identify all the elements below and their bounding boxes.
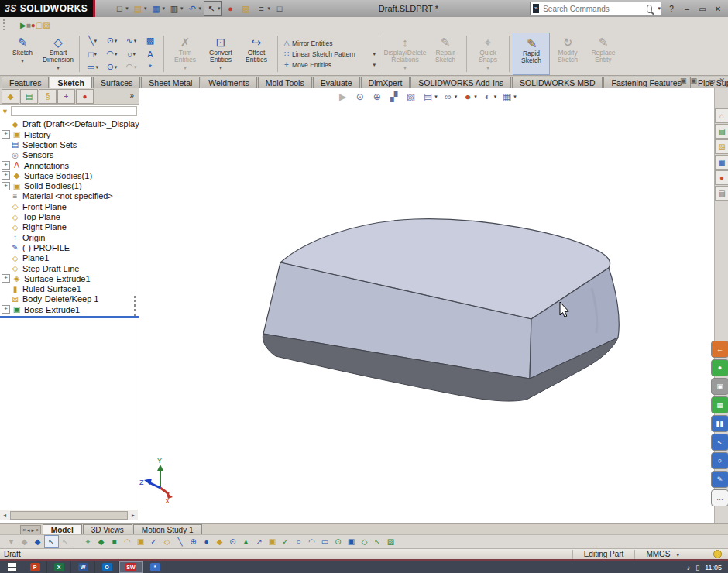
filter-toggle-icon[interactable]: ▼ xyxy=(5,536,18,547)
tab-weldments[interactable]: Weldments xyxy=(201,77,256,88)
repair-sketch-button[interactable]: ✎ Repair Sketch xyxy=(428,33,463,75)
filter-surface-bodies-icon[interactable]: ◠ xyxy=(121,536,134,547)
view-palette-icon[interactable]: ▦ xyxy=(715,155,728,170)
rec-callout-button[interactable]: … xyxy=(711,489,728,506)
filter-hatch-icon[interactable]: ▨ xyxy=(384,536,397,547)
rec-screen-button[interactable]: ▦ xyxy=(711,396,728,413)
mirror-entities-button[interactable]: △ Mirror Entities xyxy=(281,39,376,47)
start-button[interactable] xyxy=(0,561,23,573)
design-library-icon[interactable]: ▤ xyxy=(715,124,728,139)
device-icon[interactable]: ▯ xyxy=(695,564,699,571)
search-icon[interactable] xyxy=(647,5,652,13)
modify-sketch-button[interactable]: ↻ Modify Sketch xyxy=(550,33,585,75)
slot-tool[interactable]: ▭▾ xyxy=(83,60,102,74)
stoplight-icon[interactable]: ● xyxy=(223,2,238,15)
ellipse-tool[interactable]: ○▾ xyxy=(122,47,141,60)
3d-views-tab[interactable]: 3D Views xyxy=(83,524,132,535)
solidworks-resources-icon[interactable]: ⌂ xyxy=(715,108,728,123)
linear-sketch-pattern-button[interactable]: ∷ Linear Sketch Pattern ▾ xyxy=(281,50,376,58)
displaymanager-tab[interactable]: ● xyxy=(76,89,94,104)
tree-item-ruled-surface1[interactable]: ▮ Ruled Surface1 xyxy=(2,283,139,293)
open-icon[interactable]: ▤▾ xyxy=(131,2,149,15)
rec-pause-button[interactable]: ▮▮ xyxy=(711,415,728,432)
rec-webcam-button[interactable]: ▣ xyxy=(711,378,728,395)
units-selector[interactable]: MMGS▾ xyxy=(634,550,690,559)
filter-faces-icon[interactable]: ■ xyxy=(108,536,121,547)
filter-balloons-icon[interactable]: ○ xyxy=(292,536,305,547)
filter-edges-icon[interactable]: ◆ xyxy=(94,536,108,547)
spline-tool[interactable]: ∿▾ xyxy=(122,34,141,47)
tab-sheet-metal[interactable]: Sheet Metal xyxy=(141,77,200,88)
filter-clear-icon[interactable]: ◆ xyxy=(18,536,31,547)
scrollbar-thumb[interactable] xyxy=(10,511,128,520)
search-dropdown-icon[interactable]: ▾ xyxy=(658,5,661,12)
rec-region-button[interactable]: ○ xyxy=(711,452,728,469)
filter-gtol-icon[interactable]: ▭ xyxy=(318,536,331,547)
tab-scroll-arrow[interactable]: ▸ xyxy=(31,527,34,534)
rollback-bar[interactable] xyxy=(0,316,139,318)
text-tool[interactable]: A xyxy=(141,47,160,60)
print-icon[interactable]: ▥▾ xyxy=(167,2,185,15)
search-commands-box[interactable]: » ▾ xyxy=(530,2,661,15)
select-filter-arrow[interactable]: ↖ xyxy=(44,535,59,548)
word-icon[interactable]: W xyxy=(71,561,95,573)
units-dropdown-icon[interactable]: ▾ xyxy=(676,552,679,558)
circle-tool[interactable]: ⊙▾ xyxy=(102,34,122,47)
restore-button[interactable]: ▭ xyxy=(697,5,708,13)
tree-item-origin[interactable]: ↑ Origin xyxy=(2,232,139,242)
model-tab[interactable]: Model xyxy=(43,524,82,535)
solidworks-taskbar-icon[interactable]: SW xyxy=(119,561,143,573)
dimxpertmanager-tab[interactable]: + xyxy=(57,89,75,104)
tree-item-body-delete-keep1[interactable]: ⊠ Body-Delete/Keep 1 xyxy=(2,294,139,304)
polygon-tool[interactable]: ⊙▾ xyxy=(102,60,122,74)
tree-item-history[interactable]: + ▣ History xyxy=(2,129,139,139)
options-icon[interactable]: ≡▾ xyxy=(254,2,272,15)
tab-solidworks-mbd[interactable]: SOLIDWORKS MBD xyxy=(512,77,603,88)
featuremanager-tab[interactable]: ◆ xyxy=(2,89,19,104)
tree-item-top-plane[interactable]: ◇ Top Plane xyxy=(2,211,139,221)
filter-annotations-icon[interactable]: ▣ xyxy=(266,536,279,547)
cascade-icon[interactable]: ▣ xyxy=(680,77,687,84)
filter-coordinate-systems-icon[interactable]: ⊕ xyxy=(187,536,200,547)
tree-item-step-draft-line[interactable]: ◇ Step Draft Line xyxy=(2,263,139,273)
tree-item-surface-extrude1[interactable]: + ◈ Surface-Extrude1 xyxy=(2,273,139,283)
tree-filter-input[interactable] xyxy=(11,106,137,116)
search-input[interactable] xyxy=(541,4,647,14)
filter-weld-symbols-icon[interactable]: ◠ xyxy=(305,536,318,547)
replace-entity-button[interactable]: ✎ Replace Entity xyxy=(585,33,621,75)
filter-midpoints-icon[interactable]: ◆ xyxy=(213,536,226,547)
graphics-area[interactable]: ▶⊙⊕▞▧▤▾∞▾●▾◐▾▦▾ Y xyxy=(139,88,714,523)
powerpoint-icon[interactable]: P xyxy=(23,561,47,573)
search-scope-icon[interactable]: » xyxy=(533,4,539,13)
filter-datum-targets-icon[interactable]: ⊙ xyxy=(331,536,345,547)
rec-cursor-button[interactable]: ↖ xyxy=(711,434,728,451)
rec-back-button[interactable]: ← xyxy=(711,341,728,358)
appearances-icon[interactable]: ● xyxy=(715,170,728,185)
smart-dimension-button[interactable]: ◇ Smart Dimension ▾ xyxy=(40,33,76,75)
rec-microphone-button[interactable]: ● xyxy=(711,359,728,376)
line-tool[interactable]: ╲▾ xyxy=(83,34,102,47)
tab-fastening-features[interactable]: Fastening Features xyxy=(603,77,689,88)
tree-item-selection-sets[interactable]: ▤ Selection Sets xyxy=(2,139,139,149)
scroll-left-arrow[interactable]: ◂ xyxy=(0,512,9,519)
toolbar-grip[interactable] xyxy=(3,19,15,30)
macro-new-icon[interactable]: ▢ xyxy=(36,21,43,29)
filter-datum-planes-icon[interactable]: ◇ xyxy=(160,536,173,547)
fillet-tool[interactable]: ◠▾ xyxy=(122,60,141,74)
filter-dimensions-icon[interactable]: ↗ xyxy=(252,536,266,547)
filter-solid-bodies-icon[interactable]: ▣ xyxy=(134,536,147,547)
select-arrow-icon[interactable]: ↖▾ xyxy=(204,1,223,16)
filter-routing-points-icon[interactable]: ↖ xyxy=(371,536,384,547)
tree-item-annotations[interactable]: + A Annotations xyxy=(2,160,139,170)
offset-entities-button[interactable]: ↪ Offset Entities xyxy=(239,33,274,75)
new-document-icon[interactable]: □▾ xyxy=(112,2,130,15)
undo-icon[interactable]: ↶▾ xyxy=(185,2,203,15)
tree-item-right-plane[interactable]: ◇ Right Plane xyxy=(2,222,139,232)
tab-sketch[interactable]: Sketch xyxy=(50,77,91,88)
quick-snaps-button[interactable]: ⌖ Quick Snaps ▾ xyxy=(470,33,506,75)
configurationmanager-tab[interactable]: § xyxy=(39,89,57,104)
motion-study-tab[interactable]: Motion Study 1 xyxy=(133,524,202,535)
macro-play-icon[interactable]: ▶ xyxy=(20,21,26,29)
close-button[interactable]: ✕ xyxy=(713,5,723,13)
minimize-button[interactable]: – xyxy=(682,5,692,13)
